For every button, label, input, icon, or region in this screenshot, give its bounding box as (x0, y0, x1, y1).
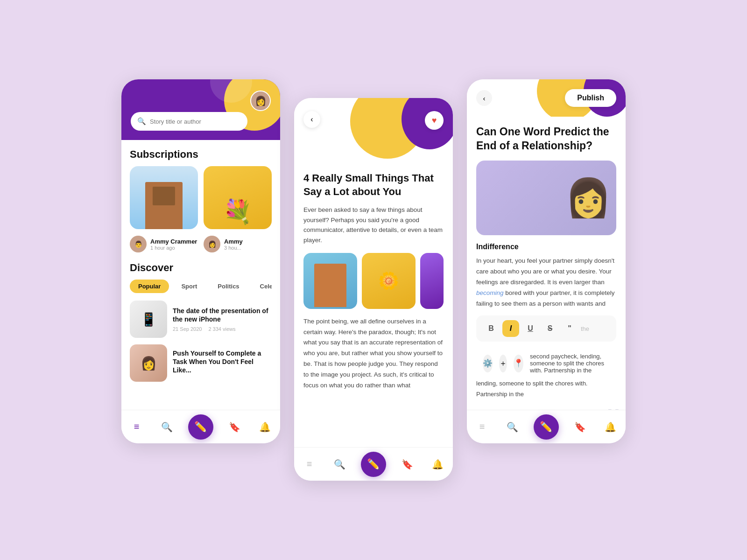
settings-icon[interactable]: ⚙️ (483, 355, 493, 372)
nav-home-2[interactable]: ≡ (300, 455, 319, 474)
bottom-nav-1: ≡ 🔍 ✏️ 🔖 🔔 (121, 410, 280, 443)
p3-hero-image: 👩 (476, 161, 616, 235)
author-2: 👩 Ammy 3 hou... (204, 236, 272, 252)
toolbar-text-partial: the (581, 325, 610, 332)
phone3-header: ‹ Publish (467, 79, 626, 117)
nav-home[interactable]: ≡ (127, 418, 146, 436)
highlighted-word: becoming (476, 289, 504, 296)
search-icon: 🔍 (137, 117, 146, 126)
nav-bell[interactable]: 🔔 (255, 418, 274, 436)
phone2-header: ‹ ♥ (294, 98, 453, 163)
nav-write-2[interactable]: ✏️ (361, 452, 386, 477)
nav-search[interactable]: 🔍 (158, 418, 176, 436)
article-info-1: The date of the presentation of the new … (173, 307, 272, 332)
nav-bookmark-2[interactable]: 🔖 (398, 455, 416, 474)
article-card-1[interactable]: 📱 The date of the presentation of the ne… (130, 301, 272, 338)
search-input[interactable] (150, 118, 241, 125)
nav-write[interactable]: ✏️ (188, 414, 213, 440)
building-visual (130, 166, 198, 229)
article-card-2[interactable]: 👩 Push Yourself to Complete a Task When … (130, 344, 272, 382)
hero-figure-icon: 👩 (565, 176, 612, 220)
bold-button[interactable]: B (483, 320, 500, 337)
nav-home-3[interactable]: ≡ (473, 418, 492, 436)
p2-article-excerpt: Ever been asked to say a few things abou… (303, 205, 444, 245)
discover-title: Discover (130, 262, 272, 274)
action-bar-text: second paycheck, lending, someone to spl… (530, 353, 610, 374)
p2-article-body: The point being, we all define ourselves… (303, 316, 444, 392)
phones-container: 👩 🔍 Subscriptions 💐 (121, 79, 626, 481)
quote-button[interactable]: " (561, 320, 578, 337)
author-name-2: Ammy (224, 238, 243, 245)
nav-bell-2[interactable]: 🔔 (428, 455, 447, 474)
article-info-2: Push Yourself to Complete a Task When Yo… (173, 349, 272, 378)
nav-search-3[interactable]: 🔍 (503, 418, 522, 436)
nav-bookmark[interactable]: 🔖 (225, 418, 244, 436)
phone1-header: 👩 🔍 (121, 79, 280, 140)
p2-article-title: 4 Really Small Things That Say a Lot abo… (303, 172, 444, 198)
flower-icon: 💐 (223, 198, 252, 225)
iphone-image: 📱 (130, 301, 167, 338)
add-icon[interactable]: ＋ (499, 355, 507, 372)
article-meta-1: 21 Sep 2020 2 334 views (173, 326, 272, 332)
phone1-body: Subscriptions 💐 👨 (121, 140, 280, 388)
nav-search-2[interactable]: 🔍 (331, 455, 349, 474)
tag-popular[interactable]: Popular (130, 280, 169, 293)
p3-article-body: In your heart, you feel your partner sim… (476, 256, 616, 309)
nav-bookmark-3[interactable]: 🔖 (571, 418, 589, 436)
location-icon[interactable]: 📍 (514, 355, 523, 372)
tag-celebrities[interactable]: Celebrities (252, 280, 272, 293)
author-time-1: 1 hour ago (150, 245, 197, 251)
publish-button[interactable]: Publish (565, 89, 616, 107)
author-time-2: 3 hou... (224, 245, 243, 251)
discover-tags: Popular Sport Politics Celebrities (130, 280, 272, 293)
p2-image-flowers: 🌼 (362, 253, 416, 309)
phone-2: ‹ ♥ 4 Really Small Things That Say a Lot… (294, 98, 453, 481)
sub-card-blue[interactable] (130, 166, 198, 229)
authors-row: 👨 Ammy Crammer 1 hour ago 👩 Ammy 3 hou..… (130, 236, 272, 252)
tag-sport[interactable]: Sport (173, 280, 205, 293)
phone2-body: 4 Really Small Things That Say a Lot abo… (294, 163, 453, 428)
phone3-body: Can One Word Predict the End of a Relati… (467, 117, 626, 437)
nav-write-3[interactable]: ✏️ (534, 414, 559, 440)
subscriptions-title: Subscriptions (130, 148, 272, 161)
woman-image: 👩 (130, 344, 167, 382)
author-avatar-2: 👩 (204, 236, 220, 252)
sub-card-yellow[interactable]: 💐 (204, 166, 272, 229)
p3-back-button[interactable]: ‹ (476, 90, 492, 106)
article-views-1: 2 334 views (208, 326, 235, 332)
subscriptions-row: 💐 (130, 166, 272, 229)
author-info-1: Ammy Crammer 1 hour ago (150, 238, 197, 251)
search-bar[interactable]: 🔍 (131, 112, 247, 131)
nav-bell-3[interactable]: 🔔 (601, 418, 620, 436)
p2-heart-button[interactable]: ♥ (425, 111, 444, 130)
p3-article-title: Can One Word Predict the End of a Relati… (476, 125, 616, 153)
action-bar: ⚙️ ＋ 📍 second paycheck, lending, someone… (476, 348, 616, 378)
article-thumb-2: 👩 (130, 344, 167, 382)
author-name-1: Ammy Crammer (150, 238, 197, 245)
strikethrough-button[interactable]: S (542, 320, 558, 337)
p2-back-button[interactable]: ‹ (303, 111, 320, 128)
discover-section: Discover Popular Sport Politics Celebrit… (130, 262, 272, 382)
italic-button[interactable]: I (502, 320, 519, 337)
phone-3: ‹ Publish Can One Word Predict the End o… (467, 79, 626, 443)
p3-body-text-continuation: lending, someone to split the chores wit… (476, 378, 616, 399)
author-1: 👨 Ammy Crammer 1 hour ago (130, 236, 198, 252)
article-title-1: The date of the presentation of the new … (173, 307, 272, 323)
article-title-2: Push Yourself to Complete a Task When Yo… (173, 349, 272, 375)
avatar[interactable]: 👩 (250, 91, 271, 111)
p3-section-header: Indifference (476, 243, 616, 251)
author-avatar-1: 👨 (130, 236, 147, 252)
p2-image-purple (420, 253, 444, 309)
p2-images-row: 🌼 (303, 253, 444, 309)
p2-image-building (303, 253, 357, 309)
author-info-2: Ammy 3 hou... (224, 238, 243, 251)
bottom-nav-2: ≡ 🔍 ✏️ 🔖 🔔 (294, 447, 453, 481)
phone-1: 👩 🔍 Subscriptions 💐 (121, 79, 280, 443)
tag-politics[interactable]: Politics (209, 280, 247, 293)
article-thumb-1: 📱 (130, 301, 167, 338)
bottom-nav-3: ≡ 🔍 ✏️ 🔖 🔔 (467, 410, 626, 443)
text-toolbar: B I U S " the (476, 315, 616, 342)
underline-button[interactable]: U (522, 320, 539, 337)
article-date-1: 21 Sep 2020 (173, 326, 202, 332)
